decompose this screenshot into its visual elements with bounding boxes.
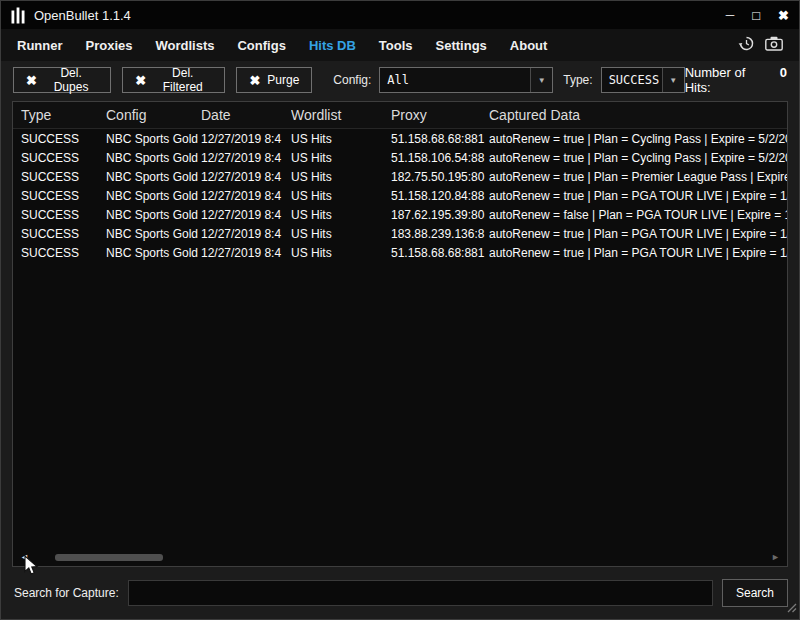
column-header-wordlist[interactable]: Wordlist xyxy=(291,107,391,123)
cell-wordlist: US Hits xyxy=(291,227,391,241)
scroll-left-arrow-icon[interactable]: ◄ xyxy=(20,553,29,562)
menu-item-runner[interactable]: Runner xyxy=(17,38,63,53)
table-row[interactable]: SUCCESS NBC Sports Gold 12/27/2019 8:4 U… xyxy=(13,224,787,243)
cell-type: SUCCESS xyxy=(21,208,106,222)
purge-button[interactable]: ✖ Purge xyxy=(236,67,312,93)
menubar-icons xyxy=(738,35,783,56)
menu-item-about[interactable]: About xyxy=(510,38,548,53)
cell-captured-data: autoRenew = true | Plan = Cycling Pass |… xyxy=(489,132,787,146)
cell-date: 12/27/2019 8:4 xyxy=(201,227,291,241)
cell-config: NBC Sports Gold xyxy=(106,227,201,241)
capture-search-bar: Search for Capture: Search xyxy=(1,571,799,619)
hits-table: Type Config Date Wordlist Proxy Captured… xyxy=(12,101,788,567)
main-menu: Runner Proxies Wordlists Configs Hits DB… xyxy=(1,29,799,61)
menu-item-configs[interactable]: Configs xyxy=(237,38,285,53)
resize-grip[interactable] xyxy=(786,599,797,617)
delete-dupes-label: Del. Dupes xyxy=(44,66,98,94)
cell-wordlist: US Hits xyxy=(291,151,391,165)
cell-type: SUCCESS xyxy=(21,189,106,203)
cell-config: NBC Sports Gold xyxy=(106,151,201,165)
type-filter-dropdown[interactable]: SUCCESS ▼ xyxy=(601,67,685,93)
delete-dupes-button[interactable]: ✖ Del. Dupes xyxy=(13,67,111,93)
chevron-down-icon[interactable]: ▼ xyxy=(530,68,552,92)
menu-item-hits-db[interactable]: Hits DB xyxy=(309,38,356,53)
scrollbar-thumb[interactable] xyxy=(55,554,163,561)
search-label: Search for Capture: xyxy=(14,586,119,600)
cell-captured-data: autoRenew = true | Plan = Cycling Pass |… xyxy=(489,151,787,165)
type-filter-label: Type: xyxy=(563,73,592,87)
cell-proxy: 183.88.239.136:8 xyxy=(391,227,489,241)
cell-proxy: 182.75.50.195:80 xyxy=(391,170,489,184)
menu-item-proxies[interactable]: Proxies xyxy=(86,38,133,53)
delete-icon: ✖ xyxy=(26,74,37,87)
search-button[interactable]: Search xyxy=(722,579,788,607)
cell-config: NBC Sports Gold xyxy=(106,208,201,222)
camera-icon[interactable] xyxy=(765,36,783,55)
cell-config: NBC Sports Gold xyxy=(106,170,201,184)
cell-proxy: 51.158.120.84:88 xyxy=(391,189,489,203)
cell-date: 12/27/2019 8:4 xyxy=(201,189,291,203)
history-icon[interactable] xyxy=(738,35,755,56)
search-input[interactable] xyxy=(128,580,713,606)
cell-date: 12/27/2019 8:4 xyxy=(201,151,291,165)
column-header-captured-data[interactable]: Captured Data xyxy=(489,107,787,123)
hits-counter: Number of Hits: 0 xyxy=(685,65,787,95)
purge-label: Purge xyxy=(267,73,299,87)
horizontal-scrollbar[interactable]: ◄ ► xyxy=(13,549,787,566)
cell-proxy: 51.158.106.54:88 xyxy=(391,151,489,165)
cell-wordlist: US Hits xyxy=(291,189,391,203)
hits-count-value: 0 xyxy=(780,65,787,80)
type-filter-value: SUCCESS xyxy=(602,68,662,92)
delete-icon: ✖ xyxy=(135,74,146,87)
config-filter-dropdown[interactable]: All ▼ xyxy=(379,67,553,93)
cell-type: SUCCESS xyxy=(21,227,106,241)
maximize-button[interactable]: □ xyxy=(752,9,760,22)
minimize-button[interactable]: ─ xyxy=(726,9,735,21)
menu-item-settings[interactable]: Settings xyxy=(436,38,487,53)
column-header-type[interactable]: Type xyxy=(21,107,106,123)
config-filter-label: Config: xyxy=(333,73,371,87)
cell-date: 12/27/2019 8:4 xyxy=(201,170,291,184)
title-bar[interactable]: OpenBullet 1.1.4 ─ □ ✖ xyxy=(1,1,799,29)
hits-toolbar: ✖ Del. Dupes ✖ Del. Filtered ✖ Purge Con… xyxy=(1,61,799,99)
cell-config: NBC Sports Gold xyxy=(106,132,201,146)
menu-item-wordlists[interactable]: Wordlists xyxy=(155,38,214,53)
table-row[interactable]: SUCCESS NBC Sports Gold 12/27/2019 8:4 U… xyxy=(13,243,787,262)
openbullet-window: OpenBullet 1.1.4 ─ □ ✖ Runner Proxies Wo… xyxy=(0,0,800,620)
cell-type: SUCCESS xyxy=(21,170,106,184)
config-filter-value: All xyxy=(380,68,530,92)
table-row[interactable]: SUCCESS NBC Sports Gold 12/27/2019 8:4 U… xyxy=(13,129,787,148)
cell-date: 12/27/2019 8:4 xyxy=(201,208,291,222)
cell-captured-data: autoRenew = false | Plan = PGA TOUR LIVE… xyxy=(489,208,787,222)
chevron-down-icon[interactable]: ▼ xyxy=(662,68,684,92)
cell-wordlist: US Hits xyxy=(291,132,391,146)
table-row[interactable]: SUCCESS NBC Sports Gold 12/27/2019 8:4 U… xyxy=(13,148,787,167)
window-title: OpenBullet 1.1.4 xyxy=(34,8,131,23)
cell-config: NBC Sports Gold xyxy=(106,189,201,203)
table-header-row: Type Config Date Wordlist Proxy Captured… xyxy=(13,102,787,129)
delete-filtered-button[interactable]: ✖ Del. Filtered xyxy=(122,67,225,93)
cell-proxy: 51.158.68.68:881 xyxy=(391,132,489,146)
hits-table-body: SUCCESS NBC Sports Gold 12/27/2019 8:4 U… xyxy=(13,129,787,549)
cell-proxy: 51.158.68.68:881 xyxy=(391,246,489,260)
cell-config: NBC Sports Gold xyxy=(106,246,201,260)
table-row[interactable]: SUCCESS NBC Sports Gold 12/27/2019 8:4 U… xyxy=(13,205,787,224)
column-header-date[interactable]: Date xyxy=(201,107,291,123)
cell-captured-data: autoRenew = true | Plan = Premier League… xyxy=(489,170,787,184)
delete-filtered-label: Del. Filtered xyxy=(153,66,212,94)
table-row[interactable]: SUCCESS NBC Sports Gold 12/27/2019 8:4 U… xyxy=(13,167,787,186)
column-header-config[interactable]: Config xyxy=(106,107,201,123)
close-button[interactable]: ✖ xyxy=(778,9,789,22)
cell-date: 12/27/2019 8:4 xyxy=(201,246,291,260)
delete-icon: ✖ xyxy=(249,74,260,87)
cell-type: SUCCESS xyxy=(21,246,106,260)
cell-proxy: 187.62.195.39:80 xyxy=(391,208,489,222)
scroll-right-arrow-icon[interactable]: ► xyxy=(771,553,780,562)
cell-captured-data: autoRenew = true | Plan = PGA TOUR LIVE … xyxy=(489,227,787,241)
window-controls: ─ □ ✖ xyxy=(726,9,789,22)
cell-wordlist: US Hits xyxy=(291,208,391,222)
column-header-proxy[interactable]: Proxy xyxy=(391,107,489,123)
table-row[interactable]: SUCCESS NBC Sports Gold 12/27/2019 8:4 U… xyxy=(13,186,787,205)
menu-item-tools[interactable]: Tools xyxy=(379,38,413,53)
cell-captured-data: autoRenew = true | Plan = PGA TOUR LIVE … xyxy=(489,246,787,260)
